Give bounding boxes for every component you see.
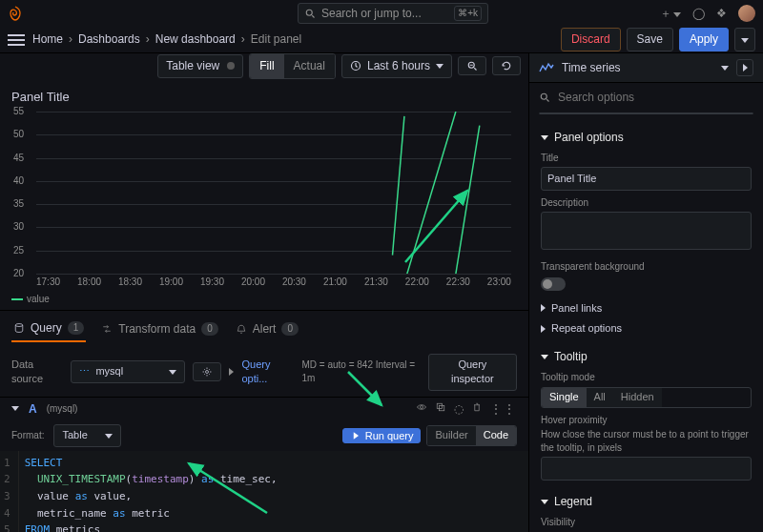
- data-source-settings-button[interactable]: [193, 362, 221, 381]
- timeseries-icon: [539, 62, 554, 73]
- breadcrumb: Home › Dashboards › New dashboard › Edit…: [32, 31, 301, 48]
- eye-icon[interactable]: [416, 401, 427, 418]
- title-label: Title: [541, 152, 752, 165]
- search-placeholder: Search or jump to...: [321, 6, 422, 22]
- title-input[interactable]: [541, 167, 752, 191]
- tooltip-mode-toggle[interactable]: Single All Hidden: [541, 387, 752, 407]
- chart-legend: value: [11, 293, 517, 306]
- description-label: Description: [541, 196, 752, 210]
- tooltip-single[interactable]: Single: [542, 388, 587, 406]
- drag-handle-icon[interactable]: ⋮⋮: [490, 401, 517, 418]
- hover-proximity-label: Hover proximity: [541, 414, 752, 427]
- query-source-name: (mysql): [47, 402, 78, 416]
- section-legend[interactable]: Legend: [541, 494, 752, 510]
- description-input[interactable]: [541, 212, 752, 250]
- svg-point-4: [206, 371, 209, 374]
- refresh-button[interactable]: [492, 56, 521, 75]
- svg-point-8: [541, 94, 546, 100]
- duplicate-icon[interactable]: [435, 401, 446, 418]
- data-source-select[interactable]: ⋯mysql: [71, 360, 185, 382]
- svg-point-3: [15, 324, 23, 327]
- crumb-new-dashboard[interactable]: New dashboard: [155, 31, 236, 48]
- visibility-label: Visibility: [541, 516, 752, 529]
- visualization-next-button[interactable]: [736, 59, 753, 76]
- tooltip-hidden[interactable]: Hidden: [613, 388, 662, 406]
- zoom-out-button[interactable]: [458, 56, 486, 75]
- save-button[interactable]: Save: [627, 28, 673, 51]
- menu-icon[interactable]: [8, 34, 25, 46]
- fill-option[interactable]: Fill: [250, 54, 283, 78]
- hover-proximity-desc: How close the cursor must be to a point …: [541, 428, 752, 455]
- global-search-input[interactable]: Search or jump to... ⌘+k: [298, 3, 488, 25]
- tooltip-all[interactable]: All: [587, 388, 613, 406]
- chart-area: 2025303540455055: [36, 112, 511, 274]
- format-label: Format:: [11, 429, 44, 442]
- trash-icon[interactable]: [471, 401, 483, 418]
- table-view-toggle[interactable]: Table view: [157, 54, 243, 78]
- visualization-name[interactable]: Time series: [562, 60, 713, 76]
- apply-button[interactable]: Apply: [679, 28, 729, 51]
- data-source-label: Data source: [11, 358, 63, 387]
- query-inspector-button[interactable]: Query inspector: [428, 354, 517, 391]
- avatar[interactable]: [738, 5, 755, 22]
- hover-proximity-input[interactable]: [541, 457, 752, 481]
- crumb-home[interactable]: Home: [32, 31, 63, 48]
- run-query-button[interactable]: Run query: [342, 428, 422, 443]
- format-select[interactable]: Table: [53, 424, 120, 446]
- query-options-info: MD = auto = 842 Interval = 1m: [301, 358, 420, 385]
- section-tooltip[interactable]: Tooltip: [541, 349, 752, 365]
- help-icon[interactable]: ◯: [692, 6, 705, 22]
- svg-point-5: [421, 405, 423, 408]
- query-options-link[interactable]: Query opti...: [241, 358, 294, 387]
- query-ref-id[interactable]: A: [29, 401, 37, 418]
- panel-title: Panel Title: [11, 89, 517, 106]
- crumb-dashboards[interactable]: Dashboards: [78, 31, 140, 48]
- crumb-edit-panel: Edit panel: [251, 31, 301, 48]
- editor-mode-toggle[interactable]: Builder Code: [426, 425, 517, 445]
- help-icon[interactable]: ◌: [454, 401, 464, 418]
- options-search-input[interactable]: [556, 89, 753, 107]
- search-shortcut: ⌘+k: [454, 6, 482, 21]
- discard-button[interactable]: Discard: [561, 28, 621, 51]
- actual-option[interactable]: Actual: [284, 54, 335, 78]
- time-range-picker[interactable]: Last 6 hours: [341, 54, 452, 78]
- code-mode[interactable]: Code: [476, 426, 516, 444]
- tab-all[interactable]: All: [540, 113, 647, 114]
- tab-query[interactable]: Query1: [11, 317, 86, 342]
- tab-alert[interactable]: Alert0: [234, 317, 300, 341]
- section-panel-options[interactable]: Panel options: [541, 130, 752, 146]
- transparent-toggle[interactable]: [541, 277, 566, 291]
- builder-mode[interactable]: Builder: [427, 426, 475, 444]
- news-icon[interactable]: ❖: [716, 6, 727, 22]
- tab-overrides[interactable]: Overrides: [647, 113, 753, 114]
- plus-icon[interactable]: ＋: [660, 6, 681, 22]
- query-collapse-toggle[interactable]: [11, 406, 19, 411]
- panel-options-toggle[interactable]: [734, 28, 755, 51]
- svg-point-0: [306, 10, 312, 15]
- tooltip-mode-label: Tooltip mode: [541, 371, 752, 384]
- panel-links-row[interactable]: Panel links: [541, 301, 752, 316]
- tab-transform[interactable]: Transform data0: [99, 317, 219, 341]
- grafana-logo-icon: [8, 6, 23, 21]
- x-axis-labels: 17:3018:0018:3019:0019:3020:0020:3021:00…: [36, 276, 511, 289]
- transparent-label: Transparent background: [541, 260, 752, 274]
- sql-editor[interactable]: 12345 SELECT UNIX_TIMESTAMP(timestamp) a…: [0, 451, 528, 532]
- fill-actual-toggle[interactable]: Fill Actual: [249, 53, 336, 79]
- repeat-options-row[interactable]: Repeat options: [541, 321, 752, 336]
- visualization-picker-caret[interactable]: [721, 66, 729, 71]
